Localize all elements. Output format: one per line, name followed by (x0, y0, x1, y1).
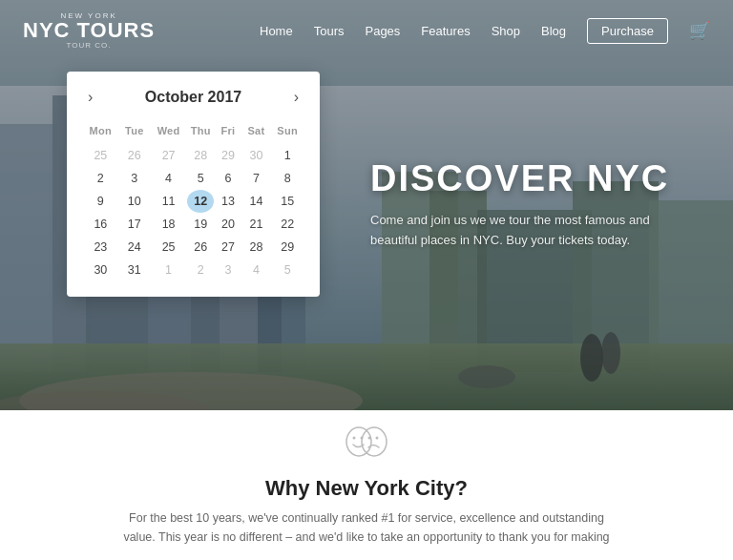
calendar-day[interactable]: 18 (150, 213, 187, 236)
calendar-day[interactable]: 11 (150, 190, 187, 213)
calendar-day[interactable]: 6 (214, 167, 241, 190)
calendar-day[interactable]: 26 (119, 144, 150, 167)
calendar-day[interactable]: 30 (242, 144, 271, 167)
calendar-day[interactable]: 27 (150, 144, 187, 167)
calendar-day[interactable]: 15 (270, 190, 304, 213)
nav-home[interactable]: Home (260, 24, 293, 38)
logo-sub: NEW YORK (60, 11, 116, 20)
hero-title: DISCOVER NYC (370, 159, 676, 199)
calendar-day[interactable]: 31 (119, 259, 150, 281)
calendar-grid: Mon Tue Wed Thu Fri Sat Sun 252627282930… (82, 121, 304, 281)
calendar-day[interactable]: 25 (82, 144, 119, 167)
calendar-week-4: 16171819202122 (82, 213, 304, 236)
calendar-prev-button[interactable]: › (82, 87, 98, 108)
weekday-thu: Thu (187, 121, 214, 144)
calendar-day[interactable]: 3 (119, 167, 150, 190)
calendar-day[interactable]: 25 (150, 236, 187, 259)
calendar-day[interactable]: 19 (187, 213, 214, 236)
calendar: › October 2017 › Mon Tue Wed Thu Fri Sat… (67, 72, 320, 297)
logo-tagline: TOUR CO. (67, 41, 112, 50)
calendar-day[interactable]: 20 (214, 213, 241, 236)
calendar-day[interactable]: 28 (242, 236, 271, 259)
weekday-mon: Mon (82, 121, 119, 144)
calendar-day[interactable]: 2 (187, 259, 214, 281)
mask-icon (344, 425, 389, 468)
calendar-day[interactable]: 5 (270, 259, 304, 281)
calendar-day[interactable]: 26 (187, 236, 214, 259)
below-description: For the best 10 years, we've continually… (118, 508, 615, 547)
svg-point-30 (368, 436, 371, 439)
weekday-tue: Tue (119, 121, 150, 144)
svg-point-29 (361, 436, 364, 439)
header: NEW YORK NYC TOURS TOUR CO. Home Tours P… (0, 0, 733, 61)
weekday-sat: Sat (242, 121, 271, 144)
hero-description: Come and join us we we tour the most fam… (370, 211, 676, 251)
nav-shop[interactable]: Shop (492, 24, 520, 38)
hero-content: DISCOVER NYC Come and join us we we tour… (370, 159, 676, 250)
calendar-day[interactable]: 21 (242, 213, 271, 236)
weekday-sun: Sun (270, 121, 304, 144)
hero-section: DISCOVER NYC Come and join us we we tour… (0, 0, 733, 410)
calendar-day[interactable]: 24 (119, 236, 150, 259)
calendar-day[interactable]: 1 (150, 259, 187, 281)
purchase-button[interactable]: Purchase (587, 18, 668, 44)
svg-point-28 (353, 436, 356, 439)
calendar-week-1: 2526272829301 (82, 144, 304, 167)
weekday-fri: Fri (214, 121, 241, 144)
calendar-day[interactable]: 4 (242, 259, 271, 281)
svg-point-31 (376, 436, 379, 439)
logo: NEW YORK NYC TOURS TOUR CO. (23, 11, 155, 50)
calendar-month-title: October 2017 (145, 89, 241, 106)
nav-pages[interactable]: Pages (365, 24, 400, 38)
calendar-day[interactable]: 16 (82, 213, 119, 236)
calendar-week-2: 2345678 (82, 167, 304, 190)
calendar-day[interactable]: 30 (82, 259, 119, 281)
nav-blog[interactable]: Blog (541, 24, 566, 38)
calendar-day[interactable]: 14 (242, 190, 271, 213)
calendar-day[interactable]: 2 (82, 167, 119, 190)
calendar-day[interactable]: 8 (270, 167, 304, 190)
calendar-day[interactable]: 5 (187, 167, 214, 190)
calendar-day[interactable]: 29 (270, 236, 304, 259)
calendar-day[interactable]: 1 (270, 144, 304, 167)
calendar-day[interactable]: 12 (187, 190, 214, 213)
calendar-day[interactable]: 28 (187, 144, 214, 167)
calendar-day[interactable]: 22 (270, 213, 304, 236)
main-nav: Home Tours Pages Features Shop Blog Purc… (260, 18, 710, 44)
nav-features[interactable]: Features (421, 24, 470, 38)
svg-point-26 (346, 427, 371, 456)
calendar-week-3: 9101112131415 (82, 190, 304, 213)
calendar-day[interactable]: 7 (242, 167, 271, 190)
calendar-day[interactable]: 9 (82, 190, 119, 213)
calendar-day[interactable]: 17 (119, 213, 150, 236)
calendar-week-5: 23242526272829 (82, 236, 304, 259)
below-title: Why New York City? (265, 476, 468, 501)
cart-icon[interactable]: 🛒 (689, 20, 710, 41)
svg-point-27 (362, 427, 387, 456)
calendar-next-button[interactable]: › (288, 87, 304, 108)
calendar-day[interactable]: 29 (214, 144, 241, 167)
calendar-header: › October 2017 › (82, 87, 304, 108)
below-section: Why New York City? For the best 10 years… (0, 410, 733, 560)
calendar-day[interactable]: 13 (214, 190, 241, 213)
calendar-day[interactable]: 10 (119, 190, 150, 213)
calendar-day[interactable]: 27 (214, 236, 241, 259)
weekday-wed: Wed (150, 121, 187, 144)
calendar-week-6: 303112345 (82, 259, 304, 281)
calendar-day[interactable]: 3 (214, 259, 241, 281)
calendar-day[interactable]: 4 (150, 167, 187, 190)
calendar-weekdays: Mon Tue Wed Thu Fri Sat Sun (82, 121, 304, 144)
nav-tours[interactable]: Tours (314, 24, 345, 38)
logo-main: NYC TOURS (23, 20, 155, 41)
calendar-day[interactable]: 23 (82, 236, 119, 259)
